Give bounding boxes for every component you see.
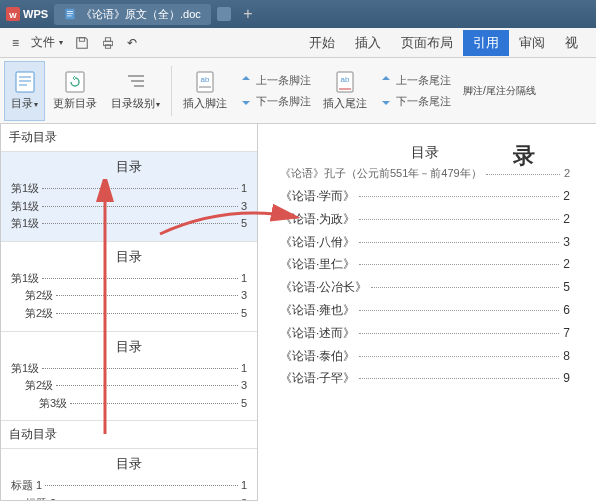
svg-rect-3: [67, 11, 73, 12]
svg-rect-5: [67, 16, 72, 17]
insert-endnote-button[interactable]: ab 插入尾注: [317, 61, 373, 121]
file-menu[interactable]: 文件▾: [27, 32, 67, 53]
menu-tabs: 开始 插入 页面布局 引用 审阅 视: [299, 30, 588, 56]
toc-template-option[interactable]: 目录第1级1第1级3第1级5: [1, 152, 257, 242]
tab-review[interactable]: 审阅: [509, 30, 555, 56]
print-icon[interactable]: [97, 34, 119, 52]
prev-footnote-button[interactable]: 上一条脚注: [235, 71, 315, 90]
tab-references[interactable]: 引用: [463, 30, 509, 56]
corner-character: 录: [513, 141, 535, 171]
tab-insert[interactable]: 插入: [345, 30, 391, 56]
toc-button[interactable]: 目录▾: [4, 61, 45, 121]
toc-line: 第3级5: [11, 395, 247, 413]
svg-rect-8: [105, 37, 110, 41]
next-footnote-button[interactable]: 下一条脚注: [235, 92, 315, 111]
toc-entry: 《论语·为政》2: [280, 208, 570, 231]
svg-rect-14: [66, 72, 84, 92]
toc-entry: 《论语·述而》7: [280, 322, 570, 345]
ribbon: 目录▾ 更新目录 目录级别▾ ab 插入脚注 上一条脚注 下一条脚注 ab 插入…: [0, 58, 596, 124]
toc-line: 第2级5: [11, 305, 247, 323]
separator: [171, 66, 172, 116]
tab-start[interactable]: 开始: [299, 30, 345, 56]
workspace: 手动目录 目录第1级1第1级3第1级5目录第1级1第2级3第2级5目录第1级1第…: [0, 124, 596, 501]
toc-entry: 《论语·子罕》9: [280, 367, 570, 390]
toc-line: 第2级3: [11, 377, 247, 395]
toc-entry: 《论语·泰伯》8: [280, 345, 570, 368]
toc-entry: 《论语·八佾》3: [280, 231, 570, 254]
svg-rect-4: [67, 13, 73, 14]
footnote-separator-button[interactable]: 脚注/尾注分隔线: [457, 61, 542, 121]
toc-level-button[interactable]: 目录级别▾: [105, 61, 166, 121]
hamburger-icon[interactable]: ≡: [8, 34, 23, 52]
footnote-nav: 上一条脚注 下一条脚注: [235, 71, 315, 111]
toc-line: 标题 11: [11, 477, 247, 495]
prev-endnote-button[interactable]: 上一条尾注: [375, 71, 455, 90]
toc-line: 标题 23: [11, 495, 247, 501]
title-bar: W WPS 《论语》原文（全）.doc +: [0, 0, 596, 28]
toc-entry: 《论语·公冶长》5: [280, 276, 570, 299]
toc-line: 第1级3: [11, 198, 247, 216]
toc-line: 第1级1: [11, 360, 247, 378]
tab-layout[interactable]: 页面布局: [391, 30, 463, 56]
document-preview: 录 目录 《论语》孔子（公元前551年－前479年）2 《论语·学而》2《论语·…: [270, 136, 580, 398]
toc-template-title: 目录: [1, 449, 257, 477]
undo-icon[interactable]: ↶: [123, 34, 141, 52]
toc-line: 第1级5: [11, 215, 247, 233]
app-logo: W WPS: [6, 7, 48, 21]
svg-rect-10: [16, 72, 34, 92]
save-icon[interactable]: [71, 34, 93, 52]
update-toc-button[interactable]: 更新目录: [47, 61, 103, 121]
toc-template-option[interactable]: 目录第1级1第2级3第3级5: [1, 332, 257, 422]
document-tab[interactable]: 《论语》原文（全）.doc: [54, 4, 211, 25]
toc-line: 第1级1: [11, 180, 247, 198]
svg-text:W: W: [9, 11, 17, 20]
add-tab-button[interactable]: +: [237, 4, 259, 24]
toc-template-option[interactable]: 目录第1级1第2级3第2级5: [1, 242, 257, 332]
next-endnote-button[interactable]: 下一条尾注: [375, 92, 455, 111]
toc-line: 第1级1: [11, 270, 247, 288]
svg-text:ab: ab: [201, 75, 210, 84]
toc-template-title: 目录: [1, 242, 257, 270]
manual-toc-header: 手动目录: [1, 124, 257, 152]
toc-template-option[interactable]: 目录标题 11标题 23: [1, 449, 257, 501]
toc-template-title: 目录: [1, 332, 257, 360]
endnote-nav: 上一条尾注 下一条尾注: [375, 71, 455, 111]
svg-rect-6: [79, 37, 84, 41]
toc-dropdown-panel: 手动目录 目录第1级1第1级3第1级5目录第1级1第2级3第2级5目录第1级1第…: [0, 124, 258, 501]
tab-view[interactable]: 视: [555, 30, 588, 56]
quick-access-bar: ≡ 文件▾ ↶ 开始 插入 页面布局 引用 审阅 视: [0, 28, 596, 58]
toc-template-title: 目录: [1, 152, 257, 180]
insert-footnote-button[interactable]: ab 插入脚注: [177, 61, 233, 121]
svg-text:ab: ab: [341, 75, 350, 84]
tab-icon: [217, 7, 231, 21]
toc-entry: 《论语·里仁》2: [280, 253, 570, 276]
toc-line: 第2级3: [11, 287, 247, 305]
auto-toc-header: 自动目录: [1, 421, 257, 449]
toc-entry: 《论语·雍也》6: [280, 299, 570, 322]
toc-entry: 《论语·学而》2: [280, 185, 570, 208]
